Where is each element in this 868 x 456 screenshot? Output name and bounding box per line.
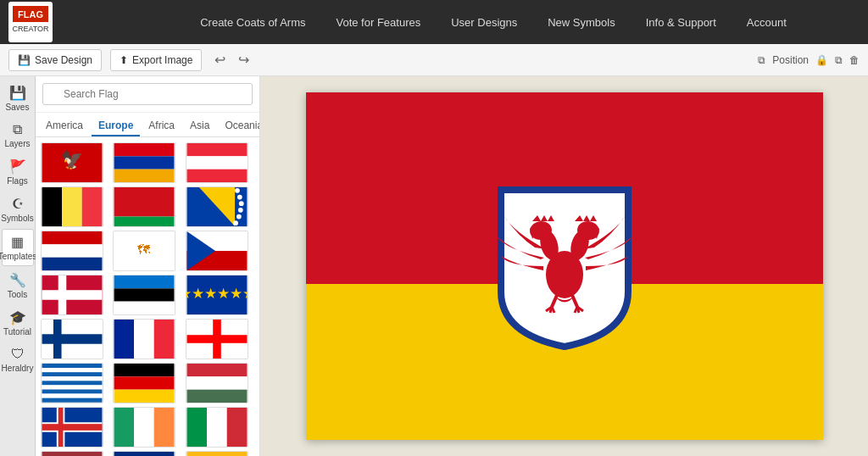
flag-item-finland[interactable] <box>41 319 103 359</box>
redo-button[interactable]: ↪ <box>234 50 253 70</box>
flag-item-cyprus[interactable]: 🗺 <box>113 231 175 271</box>
lock-icon: 🔒 <box>815 54 828 66</box>
flag-item-belgium[interactable] <box>41 186 103 227</box>
svg-rect-58 <box>42 394 103 398</box>
logo-box: FLAG CREATOR <box>8 2 53 42</box>
flag-item-greece[interactable] <box>41 363 103 403</box>
sidebar-item-templates[interactable]: ▦ Templates <box>2 229 34 266</box>
copy-icon: ⧉ <box>835 54 843 66</box>
svg-rect-76 <box>226 408 247 447</box>
flag-item-armenia[interactable] <box>113 142 175 183</box>
tools-icon: 🔧 <box>9 272 26 288</box>
svg-point-22 <box>238 208 243 213</box>
top-navigation: FLAG CREATOR Create Coats of Arms Vote f… <box>0 0 868 44</box>
nav-new-symbols[interactable]: New Symbols <box>532 0 630 44</box>
flag-item-austria[interactable] <box>186 142 248 183</box>
flag-item-iceland[interactable] <box>41 407 103 448</box>
flag-item-czech[interactable] <box>186 231 248 271</box>
svg-rect-55 <box>42 381 103 385</box>
flag-canvas <box>306 92 823 440</box>
svg-rect-74 <box>186 408 207 447</box>
svg-rect-62 <box>114 390 175 403</box>
delete-icon: 🗑 <box>849 54 860 66</box>
svg-rect-53 <box>42 372 103 376</box>
flag-item-ireland[interactable] <box>113 407 175 448</box>
search-wrap: 🔍 <box>42 83 253 105</box>
svg-rect-81 <box>186 452 247 456</box>
sidebar-item-tools[interactable]: 🔧 Tools <box>2 268 34 303</box>
flag-item-albania[interactable]: 🦅 <box>41 142 103 183</box>
sidebar-item-tutorial[interactable]: 🎓 Tutorial <box>2 305 34 341</box>
svg-rect-49 <box>186 335 247 343</box>
svg-rect-25 <box>42 231 103 244</box>
svg-point-21 <box>239 201 244 206</box>
svg-rect-35 <box>42 290 103 300</box>
history-buttons: ↩ ↪ <box>210 50 253 70</box>
canvas-area[interactable] <box>260 76 868 456</box>
tab-oceania[interactable]: Oceania <box>218 116 260 136</box>
sidebar-item-saves[interactable]: 💾 Saves <box>2 81 34 116</box>
flag-item-liechtenstein[interactable] <box>113 451 175 456</box>
flag-item-lithuania[interactable] <box>186 451 248 456</box>
flag-item-germany[interactable] <box>113 363 175 403</box>
position-area: ⧉ Position 🔒 ⧉ 🗑 <box>758 54 860 66</box>
flag-item-eu[interactable]: ★★★★★★★★★★★★ <box>186 275 248 315</box>
layers-icon: ⧉ <box>758 54 765 66</box>
flag-item-latvia[interactable] <box>41 451 103 456</box>
flag-item-denmark[interactable] <box>41 275 103 315</box>
save-design-button[interactable]: 💾 Save Design <box>8 49 102 71</box>
saves-label: Saves <box>6 103 30 112</box>
tools-label: Tools <box>8 290 27 299</box>
tab-europe[interactable]: Europe <box>92 116 140 136</box>
tab-america[interactable]: America <box>39 116 90 136</box>
flag-item-hungary[interactable] <box>186 363 248 403</box>
svg-rect-52 <box>42 368 103 372</box>
crest-svg <box>488 181 641 351</box>
save-label: Save Design <box>35 54 92 66</box>
icon-sidebar: 💾 Saves ⧉ Layers 🚩 Flags ☪ Symbols ▦ Tem… <box>0 76 36 456</box>
svg-rect-38 <box>114 302 175 314</box>
svg-rect-9 <box>186 143 247 156</box>
svg-rect-70 <box>42 424 103 431</box>
undo-button[interactable]: ↩ <box>210 50 230 70</box>
heraldry-icon: 🛡 <box>11 347 25 362</box>
svg-rect-79 <box>114 452 175 456</box>
export-icon: ⬆ <box>120 54 128 66</box>
nav-create-coats[interactable]: Create Coats of Arms <box>185 0 320 44</box>
tab-africa[interactable]: Africa <box>142 116 181 136</box>
sidebar-item-heraldry[interactable]: 🛡 Heraldry <box>2 342 34 377</box>
sidebar-item-symbols[interactable]: ☪ Symbols <box>2 192 34 227</box>
logo-area[interactable]: FLAG CREATOR <box>8 2 110 42</box>
flag-item-belarus[interactable] <box>113 186 175 227</box>
svg-rect-16 <box>114 217 175 227</box>
flag-item-estonia[interactable] <box>113 275 175 315</box>
nav-vote-features[interactable]: Vote for Features <box>320 0 436 44</box>
region-tabs: America Europe Africa Asia Oceania <box>36 113 259 137</box>
flag-item-italy[interactable] <box>186 407 248 448</box>
flag-item-france[interactable] <box>113 319 175 359</box>
flag-item-croatia[interactable] <box>41 231 103 271</box>
svg-rect-59 <box>42 398 103 403</box>
sidebar-item-flags[interactable]: 🚩 Flags <box>2 154 34 190</box>
svg-rect-13 <box>62 187 82 226</box>
search-input[interactable] <box>42 83 253 105</box>
heraldry-label: Heraldry <box>2 364 34 373</box>
svg-rect-54 <box>42 376 103 381</box>
svg-rect-11 <box>186 170 247 182</box>
svg-text:🦅: 🦅 <box>61 149 84 171</box>
tab-asia[interactable]: Asia <box>183 116 216 136</box>
svg-rect-45 <box>134 320 154 359</box>
flag-item-georgia[interactable] <box>186 319 248 359</box>
nav-user-designs[interactable]: User Designs <box>436 0 532 44</box>
sidebar-item-layers[interactable]: ⧉ Layers <box>2 118 34 153</box>
main-layout: 💾 Saves ⧉ Layers 🚩 Flags ☪ Symbols ▦ Tem… <box>0 76 868 456</box>
svg-rect-57 <box>42 389 103 393</box>
flag-item-bosnia[interactable] <box>186 186 248 227</box>
nav-account[interactable]: Account <box>732 0 802 44</box>
search-bar: 🔍 <box>36 76 259 113</box>
svg-rect-15 <box>114 187 175 217</box>
svg-rect-7 <box>114 156 175 169</box>
export-image-button[interactable]: ⬆ Export Image <box>110 49 202 71</box>
nav-info-support[interactable]: Info & Support <box>631 0 732 44</box>
templates-label: Templates <box>0 252 36 261</box>
